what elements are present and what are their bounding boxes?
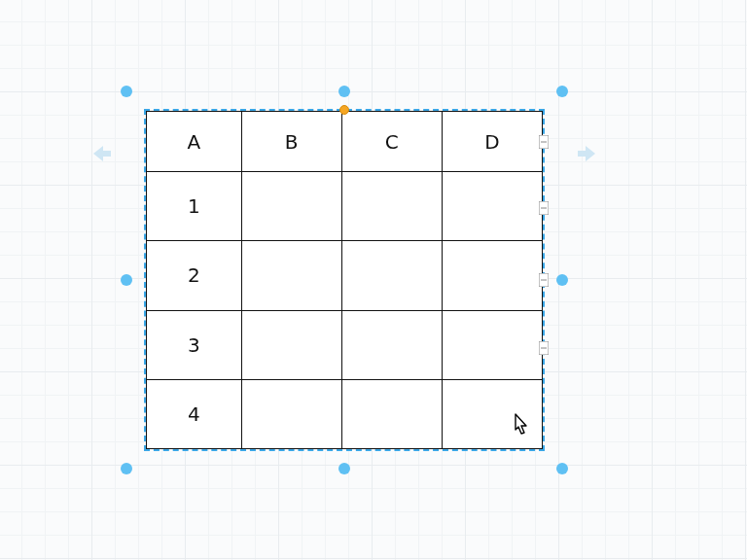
table-header-cell[interactable]: D xyxy=(442,112,542,172)
table-row: 3 xyxy=(147,310,543,379)
resize-handle-n[interactable] xyxy=(338,86,350,97)
table-cell[interactable] xyxy=(241,379,341,448)
table-cell[interactable]: 1 xyxy=(147,172,242,241)
table-cell[interactable]: 3 xyxy=(147,310,242,379)
data-table[interactable]: A B C D 1 2 3 xyxy=(146,111,543,449)
resize-handle-s[interactable] xyxy=(338,463,350,474)
resize-handle-nw[interactable] xyxy=(121,86,132,97)
row-insert-handle[interactable] xyxy=(539,201,549,215)
table-cell[interactable] xyxy=(341,379,442,448)
table-cell[interactable] xyxy=(442,172,542,241)
table-object[interactable]: A B C D 1 2 3 xyxy=(146,111,543,449)
row-insert-handle[interactable] xyxy=(539,135,549,149)
table-cell[interactable] xyxy=(341,172,442,241)
resize-handle-ne[interactable] xyxy=(556,86,568,97)
table-cell[interactable] xyxy=(341,241,442,310)
table-header-cell[interactable]: C xyxy=(341,112,442,172)
table-cell[interactable]: 2 xyxy=(147,241,242,310)
arrow-left-icon[interactable] xyxy=(88,142,115,165)
table-row: 2 xyxy=(147,241,543,310)
resize-handle-e[interactable] xyxy=(556,274,568,286)
resize-handle-sw[interactable] xyxy=(121,463,132,474)
row-insert-handle[interactable] xyxy=(539,273,549,287)
table-cell[interactable] xyxy=(241,172,341,241)
table-cell[interactable] xyxy=(241,310,341,379)
table-cell[interactable]: 4 xyxy=(147,379,242,448)
rotation-handle[interactable] xyxy=(339,105,349,115)
resize-handle-w[interactable] xyxy=(121,274,132,286)
table-cell[interactable] xyxy=(442,241,542,310)
table-cell[interactable] xyxy=(442,310,542,379)
resize-handle-se[interactable] xyxy=(556,463,568,474)
table-row: 1 xyxy=(147,172,543,241)
arrow-right-icon[interactable] xyxy=(574,142,601,165)
table-header-cell[interactable]: A xyxy=(147,112,242,172)
row-insert-handle[interactable] xyxy=(539,341,549,355)
table-header-row: A B C D xyxy=(147,112,543,172)
table-cell[interactable] xyxy=(341,310,442,379)
table-cell[interactable] xyxy=(442,379,542,448)
table-row: 4 xyxy=(147,379,543,448)
table-cell[interactable] xyxy=(241,241,341,310)
table-header-cell[interactable]: B xyxy=(241,112,341,172)
